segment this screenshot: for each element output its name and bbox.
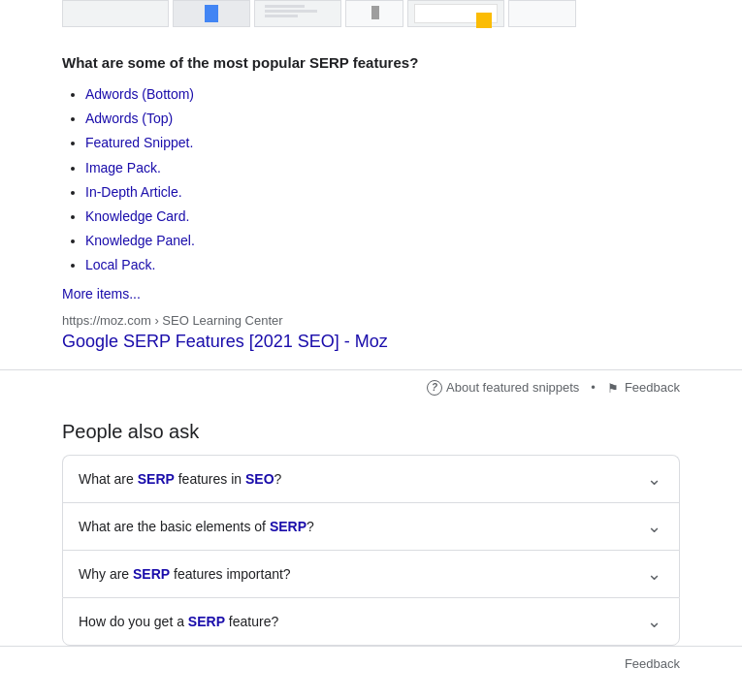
list-item-link-1[interactable]: Adwords (Bottom) xyxy=(85,86,194,102)
paa-item-3[interactable]: Why are SERP features important? ⌄ xyxy=(62,550,680,597)
list-item-link-5[interactable]: In-Depth Article. xyxy=(85,184,182,200)
highlight: SERP xyxy=(270,519,306,534)
source-title-link[interactable]: Google SERP Features [2021 SEO] - Moz xyxy=(62,332,388,351)
paa-item-4[interactable]: How do you get a SERP feature? ⌄ xyxy=(62,597,680,646)
paa-accordion: What are SERP features in SEO? ⌄ What ar… xyxy=(62,455,680,646)
highlight: SEO xyxy=(245,471,274,487)
paa-item-2[interactable]: What are the basic elements of SERP? ⌄ xyxy=(62,502,680,550)
about-featured-snippets-link[interactable]: ? About featured snippets xyxy=(427,380,579,396)
list-item: Knowledge Card. xyxy=(85,205,680,229)
thumbnail-6 xyxy=(508,0,576,27)
paa-question-4: How do you get a SERP feature? xyxy=(79,614,278,629)
flag-icon xyxy=(607,381,621,395)
thumbnail-2 xyxy=(173,0,250,27)
highlight: SERP xyxy=(138,471,175,487)
source-domain: https://moz.com xyxy=(62,313,151,328)
list-item-link-2[interactable]: Adwords (Top) xyxy=(85,111,173,126)
image-strip xyxy=(0,0,742,43)
thumbnail-1 xyxy=(62,0,169,27)
about-featured-snippets-text: About featured snippets xyxy=(446,380,579,395)
snippet-question: What are some of the most popular SERP f… xyxy=(62,54,680,71)
list-item-link-3[interactable]: Featured Snippet. xyxy=(85,135,193,150)
snippet-footer: ? About featured snippets • Feedback xyxy=(0,369,742,405)
highlight: SERP xyxy=(133,566,170,582)
paa-item-1[interactable]: What are SERP features in SEO? ⌄ xyxy=(62,455,680,502)
chevron-down-icon-4: ⌄ xyxy=(644,612,663,631)
featured-snippet-box: What are some of the most popular SERP f… xyxy=(0,43,742,369)
paa-question-2: What are the basic elements of SERP? xyxy=(79,519,314,534)
list-item: Featured Snippet. xyxy=(85,131,680,155)
highlight: SERP xyxy=(188,614,225,629)
chevron-down-icon-3: ⌄ xyxy=(644,564,663,584)
info-icon: ? xyxy=(427,380,442,396)
thumbnail-5 xyxy=(407,0,504,27)
thumbnail-3 xyxy=(254,0,341,27)
list-item: Adwords (Top) xyxy=(85,107,680,131)
list-item-link-6[interactable]: Knowledge Card. xyxy=(85,208,189,224)
snippet-feedback-text: Feedback xyxy=(625,380,680,395)
list-item: Local Pack. xyxy=(85,253,680,277)
chevron-down-icon-1: ⌄ xyxy=(644,469,663,489)
list-item: Knowledge Panel. xyxy=(85,229,680,253)
chevron-down-icon-2: ⌄ xyxy=(644,517,663,536)
footer-separator: • xyxy=(591,380,596,395)
list-item: Image Pack. xyxy=(85,156,680,180)
list-item-link-7[interactable]: Knowledge Panel. xyxy=(85,233,195,248)
paa-heading: People also ask xyxy=(62,421,680,443)
more-items-link[interactable]: More items... xyxy=(62,286,141,302)
paa-section: People also ask What are SERP features i… xyxy=(0,405,742,646)
snippet-list: Adwords (Bottom) Adwords (Top) Featured … xyxy=(62,82,680,278)
thumbnail-4 xyxy=(345,0,403,27)
source-section: https://moz.com › SEO Learning Center Go… xyxy=(62,313,680,354)
source-url: https://moz.com › SEO Learning Center xyxy=(62,313,680,328)
bottom-feedback-link[interactable]: Feedback xyxy=(625,656,680,671)
list-item: Adwords (Bottom) xyxy=(85,82,680,107)
list-item-link-8[interactable]: Local Pack. xyxy=(85,257,155,272)
source-breadcrumb: SEO Learning Center xyxy=(162,313,282,328)
bottom-feedback-section: Feedback xyxy=(0,646,742,681)
paa-question-1: What are SERP features in SEO? xyxy=(79,471,281,487)
paa-question-3: Why are SERP features important? xyxy=(79,566,291,582)
list-item-link-4[interactable]: Image Pack. xyxy=(85,160,161,175)
list-item: In-Depth Article. xyxy=(85,180,680,205)
snippet-feedback-link[interactable]: Feedback xyxy=(607,380,680,395)
